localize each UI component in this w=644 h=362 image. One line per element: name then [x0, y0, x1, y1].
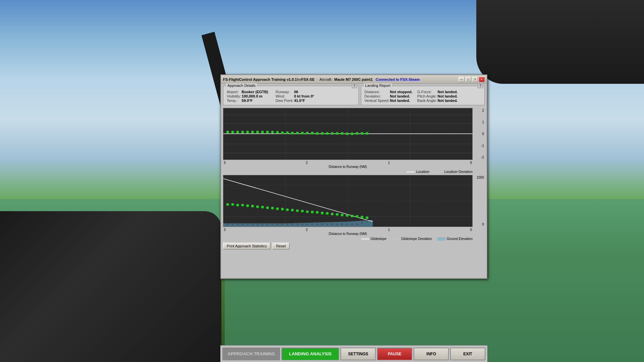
svg-point-21 [286, 131, 289, 134]
svg-point-58 [286, 208, 289, 211]
svg-point-70 [346, 214, 348, 217]
svg-point-52 [256, 205, 259, 208]
localizer-dev-legend-item: Localizer Deviation [435, 170, 473, 174]
localizer-chart [223, 108, 473, 160]
svg-point-103 [366, 220, 368, 222]
minimize-button[interactable]: ─ [459, 77, 465, 82]
deviation-label: Deviation: [365, 94, 389, 98]
svg-point-34 [351, 132, 353, 135]
glideslope-x-labels: 3 2 1 0 [223, 228, 473, 232]
svg-point-33 [346, 132, 348, 135]
svg-point-100 [351, 223, 353, 225]
svg-point-102 [361, 222, 363, 224]
wind-value: 0 kt from 0° [294, 94, 314, 98]
svg-point-32 [341, 132, 343, 135]
pause-label: PAUSE [388, 352, 401, 356]
svg-point-76 [231, 223, 233, 225]
svg-point-62 [306, 210, 309, 213]
svg-point-12 [241, 131, 244, 133]
svg-point-74 [366, 216, 368, 219]
svg-point-17 [266, 131, 269, 133]
nav-bar: APPROACH TRAINING LANDING ANALYSIS SETTI… [220, 345, 487, 362]
svg-point-16 [261, 131, 264, 133]
help-button[interactable]: ? [472, 77, 478, 82]
svg-point-86 [281, 223, 283, 225]
svg-point-63 [311, 211, 314, 214]
sim-name: FSX-SE [301, 77, 315, 81]
landing-help-icon[interactable]: ? [478, 83, 483, 88]
maximize-button[interactable]: □ [465, 77, 471, 82]
svg-point-79 [247, 223, 249, 225]
svg-point-72 [356, 215, 358, 218]
svg-point-35 [356, 132, 358, 135]
y-val-1: 1 [482, 120, 484, 124]
glideslope-dev-legend-line [392, 239, 400, 239]
x-label-0: 0 [470, 161, 472, 165]
glideslope-dev-legend-item: Glideslope Deviation [392, 237, 432, 241]
landing-analysis-tab[interactable]: LANDING ANALYSIS [281, 348, 339, 360]
svg-point-80 [252, 223, 254, 225]
svg-point-29 [326, 132, 328, 135]
svg-point-94 [321, 223, 323, 225]
x-label-3: 3 [224, 161, 226, 165]
visibility-value: 100,000.0 m [242, 94, 275, 98]
glideslope-legend-label: Glideslope [371, 237, 386, 241]
svg-point-46 [226, 203, 229, 206]
svg-line-45 [223, 179, 373, 222]
svg-point-19 [276, 131, 279, 134]
svg-point-37 [366, 132, 368, 135]
glideslope-x-title: Distance to Runway (NM) [223, 232, 473, 236]
y-val-n2: -2 [481, 156, 484, 159]
glideslope-legend-line [361, 239, 369, 239]
visibility-label: Visibility: [227, 94, 241, 98]
approach-help-icon[interactable]: ? [352, 83, 357, 88]
svg-point-9 [226, 131, 229, 133]
svg-point-69 [341, 214, 343, 217]
y-val-0: 0 [482, 132, 484, 136]
approach-training-tab[interactable]: APPROACH TRAINING [222, 348, 280, 360]
svg-point-85 [276, 223, 278, 225]
svg-point-83 [266, 223, 268, 225]
svg-point-57 [281, 208, 284, 210]
title-text: FS-FlightControl Approach Training v1.0.… [223, 77, 420, 81]
localizer-y-axis: 2 1 0 -1 -2 [473, 108, 485, 160]
svg-point-27 [316, 132, 319, 135]
gs-x-label-0: 0 [470, 228, 472, 232]
print-statistics-button[interactable]: Print Approach Statistics [223, 243, 270, 249]
svg-point-30 [331, 132, 333, 135]
ground-elev-legend-label: Ground Elevation [447, 237, 473, 241]
svg-point-14 [251, 131, 254, 133]
info-button[interactable]: INFO [414, 348, 449, 360]
svg-point-26 [311, 132, 314, 134]
svg-point-15 [256, 131, 259, 133]
svg-point-13 [246, 131, 249, 133]
main-panel: FS-FlightControl Approach Training v1.0.… [220, 74, 487, 279]
close-button[interactable]: ✕ [479, 77, 485, 82]
settings-button[interactable]: SETTINGS [340, 348, 376, 360]
svg-point-49 [241, 204, 244, 206]
pause-button[interactable]: PAUSE [377, 348, 412, 360]
svg-point-84 [271, 223, 273, 225]
svg-point-23 [296, 132, 299, 134]
approach-details-table: Airport: Booker (EGTB) Runway: 06 Visibi… [226, 89, 315, 103]
svg-point-59 [291, 209, 293, 212]
svg-point-53 [261, 206, 264, 208]
svg-point-61 [301, 210, 304, 213]
svg-point-82 [261, 223, 263, 225]
localizer-legend-line [407, 172, 415, 172]
localizer-dev-legend-label: Localizer Deviation [444, 170, 473, 174]
svg-point-73 [361, 216, 363, 218]
svg-point-68 [336, 213, 338, 216]
svg-point-54 [266, 206, 269, 209]
svg-point-91 [306, 223, 308, 225]
exit-button[interactable]: EXIT [450, 348, 485, 360]
glideslope-chart [223, 175, 473, 227]
gs-x-label-3: 3 [224, 228, 226, 232]
svg-point-96 [331, 223, 333, 225]
reset-button[interactable]: Reset [272, 243, 289, 249]
settings-label: SETTINGS [348, 352, 368, 356]
svg-point-31 [336, 132, 338, 135]
gs-x-label-2: 2 [306, 228, 308, 232]
localizer-svg [223, 108, 472, 160]
y-val-2: 2 [482, 109, 484, 112]
